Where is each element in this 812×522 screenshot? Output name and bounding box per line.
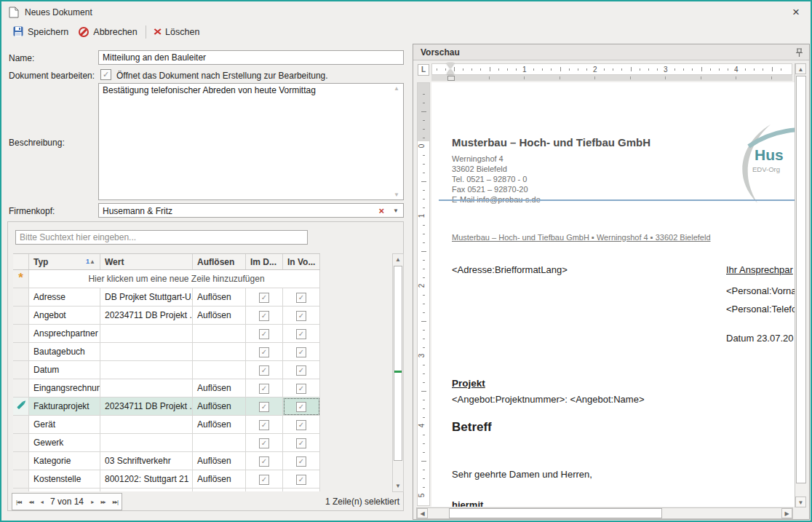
wert-cell[interactable]: 20234711 DB Projekt ... [100,398,193,416]
typ-cell[interactable]: Adresse [29,288,100,307]
aufloesen-cell[interactable] [193,343,246,361]
im-d-cell[interactable]: ✓ [246,434,283,452]
im-d-cell[interactable]: ✓ [246,361,283,379]
im-d-cell[interactable]: ✓ [246,343,283,361]
table-row[interactable]: Bautagebuch✓✓ [13,343,320,361]
aufloesen-cell[interactable]: Auflösen [193,307,246,325]
typ-cell[interactable]: Angebot [29,307,100,325]
typ-cell[interactable]: Bautagebuch [29,343,100,361]
column-header-in-vorschau[interactable]: In Vo... [283,254,320,269]
checkbox[interactable]: ✓ [259,384,269,394]
aufloesen-cell[interactable]: Auflösen [193,416,246,434]
new-row[interactable]: * Hier klicken um eine neue Zeile hinzuz… [13,270,320,288]
aufloesen-cell[interactable]: Auflösen [193,452,246,470]
in-vo-cell[interactable]: ✓ [283,434,320,452]
im-d-cell[interactable]: ✓ [246,470,283,489]
search-input[interactable] [15,230,308,245]
typ-cell[interactable]: Eingangsrechnung [29,379,100,398]
table-row[interactable]: GerätAuflösen✓✓ [13,416,320,434]
checkbox[interactable]: ✓ [296,438,306,448]
table-row[interactable]: Ansprechpartner✓✓ [13,325,320,343]
open-after-create-checkbox[interactable]: ✓ [100,69,111,80]
scroll-right-icon[interactable]: ▶ [781,508,792,518]
close-icon[interactable]: × [787,4,805,20]
aufloesen-cell[interactable]: Auflösen [193,398,246,416]
typ-cell[interactable]: Gewerk [29,434,100,452]
aufloesen-cell[interactable] [193,489,246,491]
in-vo-cell[interactable]: ✓ [283,343,320,361]
preview-vertical-scrollbar[interactable]: ▲ ▼ [795,63,807,507]
in-vo-cell[interactable]: ✓ [283,489,320,491]
next-fast-button[interactable]: ▸▸ [101,499,106,505]
table-row[interactable]: Angebot20234711 DB Projekt ...Auflösen✓✓ [13,307,320,325]
column-header-typ[interactable]: Typ 1▲ [29,254,100,269]
checkbox[interactable]: ✓ [259,347,269,357]
scrollbar-thumb[interactable] [796,76,806,483]
checkbox[interactable]: ✓ [296,329,306,339]
typ-cell[interactable]: Gerät [29,416,100,434]
checkbox[interactable]: ✓ [259,311,269,321]
wert-cell[interactable]: DB Projket Stuttgart-U... [100,288,193,307]
delete-button[interactable]: × Löschen [149,25,205,39]
table-row[interactable]: Fakturaprojekt20234711 DB Projekt ...Auf… [13,398,320,416]
new-row-text[interactable]: Hier klicken um eine neue Zeile hinzuzuf… [29,270,320,288]
table-row[interactable]: Kostenstelle8001202: Stuttgart 21Auflöse… [13,470,320,489]
description-textarea[interactable]: Bestätigung telefonischer Abreden von he… [98,83,404,200]
im-d-cell[interactable]: ✓ [246,452,283,470]
im-d-cell[interactable]: ✓ [246,307,283,325]
checkbox[interactable]: ✓ [259,329,269,339]
aufloesen-cell[interactable] [193,434,246,452]
typ-cell[interactable]: Kategorie [29,452,100,470]
clear-icon[interactable]: × [378,205,384,216]
first-line-indent-marker[interactable] [447,63,454,68]
checkbox[interactable]: ✓ [259,438,269,448]
checkbox[interactable]: ✓ [259,402,269,412]
column-header-wert[interactable]: Wert [100,254,193,269]
table-row[interactable]: ✓✓ [13,489,320,491]
pin-icon[interactable] [795,47,803,60]
wert-cell[interactable]: 20234711 DB Projekt ... [100,307,193,325]
im-d-cell[interactable]: ✓ [246,325,283,343]
prev-fast-button[interactable]: ◂◂ [28,499,33,505]
typ-cell[interactable]: Ansprechpartner [29,325,100,343]
typ-cell[interactable] [29,489,100,491]
aufloesen-cell[interactable] [193,361,246,379]
wert-cell[interactable]: 03 Schriftverkehr [100,452,193,470]
checkbox[interactable]: ✓ [259,365,269,376]
checkbox[interactable]: ✓ [296,365,306,376]
scroll-up-icon[interactable]: ▲ [393,254,403,265]
aufloesen-cell[interactable]: Auflösen [193,288,246,307]
in-vo-cell[interactable]: ✓ [283,398,320,416]
scroll-down-icon[interactable]: ▼ [393,481,403,491]
checkbox[interactable]: ✓ [296,293,306,303]
save-button[interactable]: Speichern [8,24,73,41]
wert-cell[interactable] [100,434,193,452]
checkbox[interactable]: ✓ [296,347,306,357]
scroll-left-icon[interactable]: ◀ [417,508,428,518]
im-d-cell[interactable]: ✓ [246,489,283,491]
checkbox[interactable]: ✓ [296,384,306,394]
scroll-up-icon[interactable]: ▲ [795,63,806,74]
typ-cell[interactable]: Fakturaprojekt [29,398,100,416]
table-row[interactable]: AdresseDB Projket Stuttgart-U...Auflösen… [13,288,320,307]
left-indent-marker[interactable] [447,76,455,81]
aufloesen-cell[interactable]: Auflösen [193,379,246,398]
table-row[interactable]: EingangsrechnungAuflösen✓✓ [13,379,320,398]
tab-selector[interactable]: L [418,64,429,76]
in-vo-cell[interactable]: ✓ [283,288,320,307]
table-row[interactable]: Datum✓✓ [13,361,320,379]
wert-cell[interactable] [100,416,193,434]
name-input[interactable] [98,50,404,65]
scroll-up-icon[interactable]: ▲ [394,85,399,92]
table-scrollbar[interactable]: ▲ ▼ [392,253,404,492]
prev-page-button[interactable]: ◂ [41,499,43,505]
wert-cell[interactable] [100,343,193,361]
im-d-cell[interactable]: ✓ [246,416,283,434]
checkbox[interactable]: ✓ [259,420,269,430]
checkbox[interactable]: ✓ [259,293,269,303]
wert-cell[interactable]: 8001202: Stuttgart 21 [100,470,193,489]
typ-cell[interactable]: Datum [29,361,100,379]
table-row[interactable]: Kategorie03 SchriftverkehrAuflösen✓✓ [13,452,320,470]
in-vo-cell[interactable]: ✓ [283,325,320,343]
table-row[interactable]: Gewerk✓✓ [13,434,320,452]
